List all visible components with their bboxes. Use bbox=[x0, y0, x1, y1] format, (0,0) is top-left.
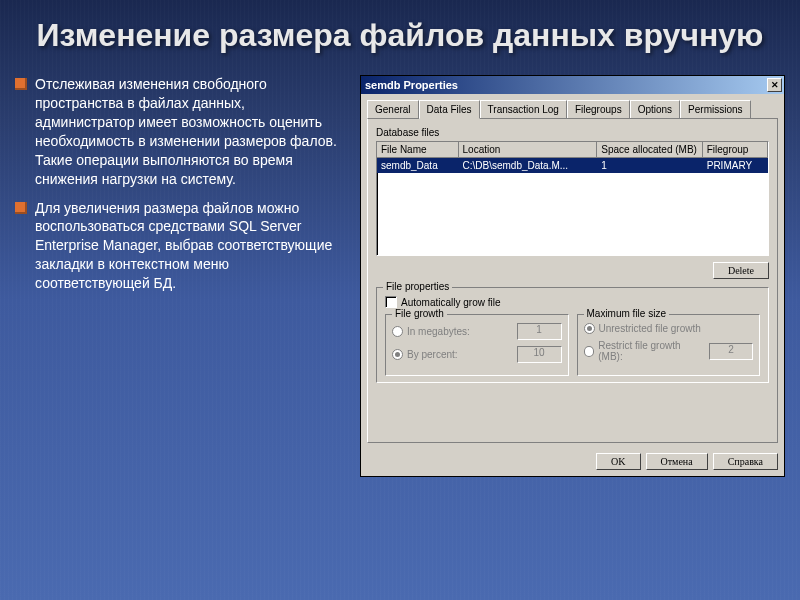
close-icon: ✕ bbox=[771, 80, 779, 90]
unrestricted-label: Unrestricted file growth bbox=[599, 323, 701, 334]
megabytes-label: In megabytes: bbox=[407, 326, 470, 337]
radio-icon bbox=[584, 323, 595, 334]
max-size-label: Maximum file size bbox=[584, 308, 669, 319]
max-size-group: Maximum file size Unrestricted file grow… bbox=[577, 314, 761, 376]
tab-filegroups[interactable]: Filegroups bbox=[567, 100, 630, 118]
file-list-header: File Name Location Space allocated (MB) … bbox=[377, 142, 768, 158]
bullet-icon bbox=[15, 202, 27, 214]
tab-options[interactable]: Options bbox=[630, 100, 680, 118]
titlebar[interactable]: semdb Properties ✕ bbox=[361, 76, 784, 94]
tab-permissions[interactable]: Permissions bbox=[680, 100, 750, 118]
growth-columns: File growth In megabytes: 1 By percent: bbox=[385, 314, 760, 376]
col-location[interactable]: Location bbox=[459, 142, 598, 158]
text-column: Отслеживая изменения свободного простран… bbox=[15, 75, 345, 303]
tab-area: General Data Files Transaction Log Fileg… bbox=[361, 94, 784, 447]
dialog-buttons: OK Отмена Справка bbox=[361, 447, 784, 476]
checkbox-icon bbox=[385, 296, 397, 308]
restrict-label: Restrict file growth (MB): bbox=[598, 340, 705, 362]
help-button[interactable]: Справка bbox=[713, 453, 778, 470]
auto-grow-label: Automatically grow file bbox=[401, 297, 500, 308]
restrict-input[interactable]: 2 bbox=[709, 343, 753, 360]
col-filename[interactable]: File Name bbox=[377, 142, 459, 158]
file-growth-group: File growth In megabytes: 1 By percent: bbox=[385, 314, 569, 376]
auto-grow-checkbox[interactable]: Automatically grow file bbox=[385, 296, 760, 308]
close-button[interactable]: ✕ bbox=[767, 78, 782, 92]
file-list[interactable]: File Name Location Space allocated (MB) … bbox=[376, 141, 769, 256]
cell-space: 1 bbox=[597, 158, 702, 173]
slide-title: Изменение размера файлов данных вручную bbox=[15, 18, 785, 53]
cell-filegroup: PRIMARY bbox=[703, 158, 768, 173]
delete-area: Delete bbox=[376, 262, 769, 279]
cancel-button[interactable]: Отмена bbox=[646, 453, 708, 470]
ok-button[interactable]: OK bbox=[596, 453, 640, 470]
content-area: Отслеживая изменения свободного простран… bbox=[15, 75, 785, 477]
delete-button[interactable]: Delete bbox=[713, 262, 769, 279]
tab-data-files[interactable]: Data Files bbox=[419, 100, 480, 119]
radio-icon bbox=[584, 346, 595, 357]
percent-input[interactable]: 10 bbox=[517, 346, 562, 363]
table-row[interactable]: semdb_Data C:\DB\semdb_Data.M... 1 PRIMA… bbox=[377, 158, 768, 173]
radio-icon bbox=[392, 349, 403, 360]
col-space[interactable]: Space allocated (MB) bbox=[597, 142, 702, 158]
bullet-item: Для увеличения размера файлов можно восп… bbox=[15, 199, 345, 293]
file-growth-label: File growth bbox=[392, 308, 447, 319]
file-properties-group: File properties Automatically grow file … bbox=[376, 287, 769, 383]
col-filegroup[interactable]: Filegroup bbox=[703, 142, 768, 158]
radio-unrestricted[interactable]: Unrestricted file growth bbox=[584, 323, 754, 334]
properties-dialog: semdb Properties ✕ General Data Files Tr… bbox=[360, 75, 785, 477]
tab-panel: Database files File Name Location Space … bbox=[367, 118, 778, 443]
slide: Изменение размера файлов данных вручную … bbox=[0, 0, 800, 600]
cell-location: C:\DB\semdb_Data.M... bbox=[459, 158, 598, 173]
cell-filename: semdb_Data bbox=[377, 158, 459, 173]
tabs: General Data Files Transaction Log Fileg… bbox=[367, 100, 778, 118]
percent-label: By percent: bbox=[407, 349, 458, 360]
dialog-title: semdb Properties bbox=[365, 79, 458, 91]
bullet-icon bbox=[15, 78, 27, 90]
radio-restrict[interactable]: Restrict file growth (MB): 2 bbox=[584, 340, 754, 362]
radio-percent[interactable]: By percent: 10 bbox=[392, 346, 562, 363]
megabytes-input[interactable]: 1 bbox=[517, 323, 562, 340]
file-properties-label: File properties bbox=[383, 281, 452, 292]
radio-icon bbox=[392, 326, 403, 337]
tab-transaction-log[interactable]: Transaction Log bbox=[480, 100, 567, 118]
radio-megabytes[interactable]: In megabytes: 1 bbox=[392, 323, 562, 340]
bullet-text: Для увеличения размера файлов можно восп… bbox=[35, 199, 345, 293]
bullet-item: Отслеживая изменения свободного простран… bbox=[15, 75, 345, 188]
bullet-text: Отслеживая изменения свободного простран… bbox=[35, 75, 345, 188]
db-files-label: Database files bbox=[376, 127, 769, 138]
tab-general[interactable]: General bbox=[367, 100, 419, 118]
